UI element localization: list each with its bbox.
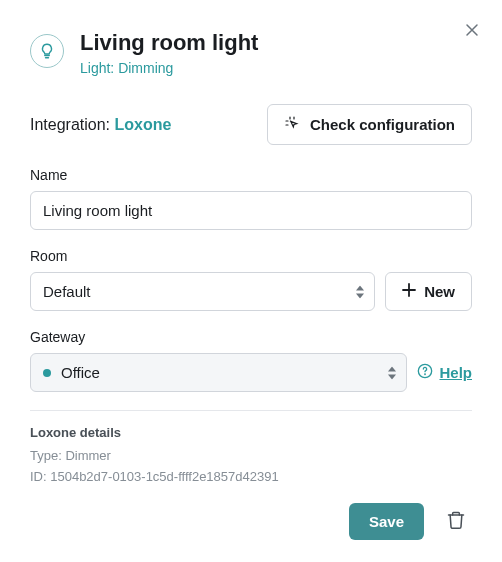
- close-button[interactable]: [462, 20, 482, 40]
- help-label: Help: [439, 364, 472, 381]
- lightbulb-icon: [30, 34, 64, 68]
- check-configuration-button[interactable]: Check configuration: [267, 104, 472, 145]
- footer: Save: [349, 503, 472, 540]
- page-title: Living room light: [80, 30, 258, 56]
- room-select[interactable]: Default: [30, 272, 375, 311]
- gateway-selected-value: Office: [61, 364, 100, 381]
- room-selected-value: Default: [43, 283, 91, 300]
- integration-prefix: Integration:: [30, 116, 115, 133]
- details-id: ID: 1504b2d7-0103-1c5d-ffff2e1857d42391: [30, 467, 472, 488]
- gateway-select[interactable]: Office: [30, 353, 407, 392]
- name-label: Name: [30, 167, 472, 183]
- help-icon: [417, 363, 433, 382]
- integration-row: Integration: Loxone Check configuration: [30, 104, 472, 145]
- header: Living room light Light: Dimming: [30, 30, 472, 76]
- loxone-details: Loxone details Type: Dimmer ID: 1504b2d7…: [30, 425, 472, 488]
- check-configuration-label: Check configuration: [310, 116, 455, 133]
- name-input[interactable]: [30, 191, 472, 230]
- integration-name: Loxone: [115, 116, 172, 133]
- new-room-button[interactable]: New: [385, 272, 472, 311]
- svg-point-1: [425, 374, 426, 375]
- subtype-label: Light: Dimming: [80, 60, 258, 76]
- gateway-label: Gateway: [30, 329, 472, 345]
- save-button[interactable]: Save: [349, 503, 424, 540]
- divider: [30, 410, 472, 411]
- trash-icon: [446, 510, 466, 533]
- new-room-label: New: [424, 283, 455, 300]
- delete-button[interactable]: [440, 504, 472, 539]
- details-type: Type: Dimmer: [30, 446, 472, 467]
- details-title: Loxone details: [30, 425, 472, 440]
- cursor-click-icon: [284, 115, 300, 134]
- plus-icon: [402, 283, 416, 300]
- status-dot-icon: [43, 369, 51, 377]
- room-label: Room: [30, 248, 472, 264]
- integration-label: Integration: Loxone: [30, 116, 171, 134]
- help-link[interactable]: Help: [417, 353, 472, 392]
